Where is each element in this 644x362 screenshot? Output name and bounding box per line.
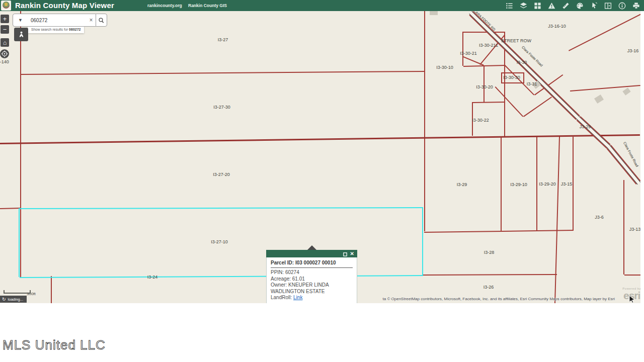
parcel-boundary-line <box>51 276 52 303</box>
road-segment <box>577 116 611 149</box>
maximize-icon <box>343 252 347 256</box>
search-input-value: 060272 <box>27 18 47 23</box>
suggestion-term: 060272 <box>69 28 80 31</box>
parcel-label: I3-30-20 <box>476 84 493 89</box>
parcel-label: I3-140 <box>0 59 9 64</box>
seal-image <box>3 2 10 9</box>
parcel-popup: ✕ Parcel ID: I03 000027 00010 PPIN: 6027… <box>266 250 357 303</box>
parcel-boundary-line <box>554 230 557 303</box>
refresh-icon: ↻ <box>2 297 6 302</box>
selected-parcel-outline <box>422 207 423 276</box>
parcel-label: J3-16 <box>627 48 639 53</box>
scale-label: 300ft <box>27 292 36 296</box>
parcel-label: I3-29-20 <box>539 182 556 187</box>
parcel-label: I3-27-20 <box>213 172 230 177</box>
zoom-in-button[interactable]: + <box>1 15 9 23</box>
parcel-label: I3-30-22 <box>472 118 489 123</box>
search-clear-button[interactable]: × <box>87 14 96 27</box>
building-footprint <box>594 95 604 104</box>
close-icon: × <box>89 17 93 24</box>
parcel-label: STREET ROW <box>501 38 531 43</box>
zoom-out-button[interactable]: − <box>1 25 9 34</box>
popup-body: Parcel ID: I03 000027 00010 PPIN: 60274A… <box>266 257 357 303</box>
popup-close-button[interactable]: ✕ <box>350 251 354 256</box>
parcel-label: I3-29-10 <box>510 182 527 187</box>
parcel-label: I3-30-211 <box>479 43 498 48</box>
popup-caret <box>307 245 316 250</box>
parcel-boundary-line <box>473 102 505 103</box>
my-location-button[interactable] <box>0 49 9 58</box>
parcel-boundary-line <box>0 208 20 209</box>
toolbar-button-measure[interactable] <box>561 2 570 10</box>
popup-field: PPIN: 60274 <box>271 269 353 276</box>
toolbar-button-info[interactable] <box>618 2 626 10</box>
link-rankincounty-org[interactable]: rankincounty.org <box>147 3 182 8</box>
close-icon: ✕ <box>350 251 354 256</box>
selected-parcel-outline <box>20 207 423 209</box>
popup-field: WADLINGTON ESTATE <box>271 289 353 295</box>
chevron-down-icon: ▼ <box>18 18 23 23</box>
toolbar-button-alerts[interactable] <box>547 2 555 10</box>
landroll-label: LandRoll: <box>271 295 293 300</box>
popup-title: Parcel ID: I03 000027 00010 <box>271 260 353 265</box>
selected-parcel-outline <box>20 275 423 278</box>
parcel-boundary-line <box>423 274 557 276</box>
search-input[interactable]: 060272 <box>27 14 93 27</box>
alerts-icon <box>548 2 555 10</box>
app-header: Rankin County Map Viewer rankincounty.or… <box>0 0 644 11</box>
popup-field: Acreage: 61.01 <box>271 276 353 283</box>
search-submit-button[interactable] <box>96 14 107 27</box>
search-source-dropdown[interactable]: ▼ <box>13 14 28 27</box>
toolbar-button-draw[interactable] <box>576 2 584 10</box>
parcel-label: I3-26 <box>484 285 494 290</box>
home-extent-button[interactable]: ⌂ <box>1 38 9 47</box>
parcel-boundary-line <box>20 11 21 277</box>
locate-icon <box>1 50 8 57</box>
map-attribution: ta © OpenStreetMap contributors, Microso… <box>383 297 615 301</box>
popup-maximize-button[interactable] <box>343 249 347 258</box>
building-footprint <box>622 87 630 96</box>
parcel-label: J3-29 <box>580 124 591 129</box>
suggestion-text: Show search results for <box>31 28 69 31</box>
parcel-label: J3-6 <box>595 215 604 220</box>
parcel-label: I3-27-10 <box>211 239 228 244</box>
parcel-boundary-line <box>21 71 425 75</box>
parcel-label: I3-24 <box>147 275 158 280</box>
toolbar-button-select[interactable] <box>590 2 598 10</box>
search-suggestion[interactable]: Show search results for 060272 <box>28 26 84 33</box>
select-icon <box>590 2 598 10</box>
panel-icon <box>604 2 612 10</box>
landroll-row: LandRoll: Link <box>271 295 353 301</box>
link-rankin-county-gis[interactable]: Rankin County GIS <box>188 3 227 8</box>
pegman-icon <box>18 31 25 38</box>
toolbar-button-layers[interactable] <box>519 2 527 10</box>
parcel-label: I3-30-21 <box>460 51 477 56</box>
parcel-boundary-line <box>569 13 640 51</box>
landroll-link[interactable]: Link <box>293 295 302 300</box>
parcel-boundary-line <box>462 32 463 66</box>
parcel-boundary-line <box>484 66 485 102</box>
parcel-boundary-line <box>463 32 505 33</box>
parcel-label: J3-13 <box>629 227 640 232</box>
loading-text: loading... <box>8 297 23 302</box>
parcel-boundary-line <box>523 97 552 117</box>
toolbar-button-panel[interactable] <box>604 2 612 10</box>
info-icon <box>618 2 626 10</box>
streetview-tool-button[interactable] <box>14 28 28 41</box>
parcel-label: I3-30-30 <box>503 75 520 80</box>
toolbar-button-legend[interactable] <box>505 2 513 10</box>
draw-icon <box>576 2 584 10</box>
parcel-label: I3-29 <box>457 182 467 187</box>
parcel-label: J3-16-10 <box>548 24 566 29</box>
toolbar-button-basemap[interactable] <box>533 2 541 10</box>
toolbar-button-print[interactable] <box>632 2 640 10</box>
mls-watermark: MLS United LLC <box>3 337 106 353</box>
parcel-boundary-line <box>0 134 640 144</box>
county-seal-logo <box>1 1 11 11</box>
loading-indicator: ↻ loading... <box>0 296 27 303</box>
parcel-label: I3-30 <box>517 60 527 65</box>
parcel-boundary-line <box>624 275 640 276</box>
selected-parcel-outline <box>19 208 20 277</box>
parcel-label: I3-28 <box>484 250 495 255</box>
parcel-boundary-line <box>623 180 624 275</box>
